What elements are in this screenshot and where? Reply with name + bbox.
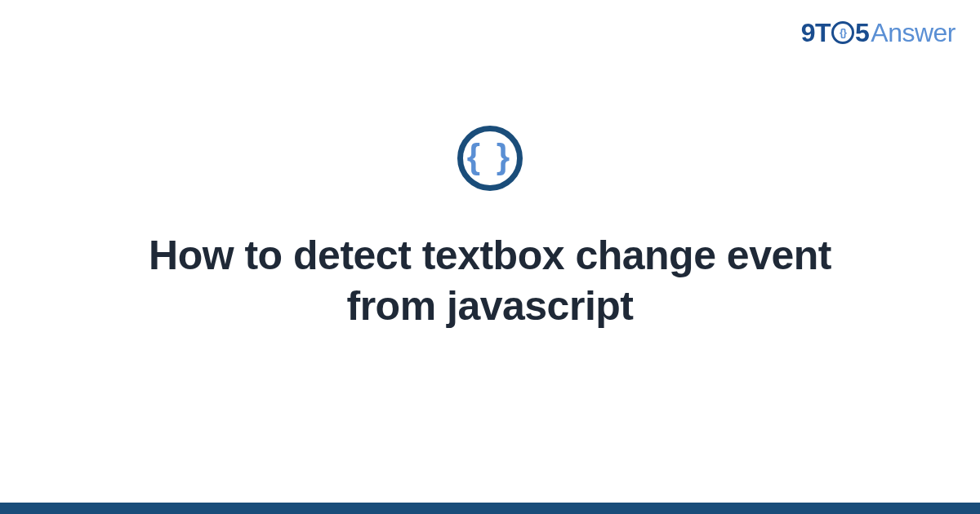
main-content: { } How to detect textbox change event f… xyxy=(0,0,980,514)
footer-accent-bar xyxy=(0,503,980,514)
category-icon-circle: { } xyxy=(457,126,523,191)
code-braces-icon: { } xyxy=(467,140,513,174)
page-title: How to detect textbox change event from … xyxy=(102,230,878,332)
